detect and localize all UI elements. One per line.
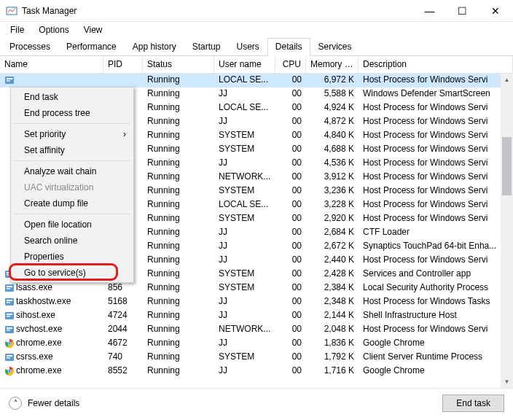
end-task-button[interactable]: End task — [442, 394, 504, 412]
table-row[interactable]: svchost.exe2044RunningNETWORK...002,048 … — [0, 323, 513, 337]
cell-cpu: 00 — [275, 268, 306, 281]
cell-pid: 8552 — [103, 365, 143, 378]
tab-performance[interactable]: Performance — [58, 38, 125, 56]
cell-user: JJ — [214, 254, 275, 268]
cell-memory: 6,972 K — [306, 74, 359, 88]
footer: ˄ Fewer details End task — [0, 388, 513, 417]
header-user[interactable]: User name — [214, 56, 275, 73]
svg-rect-8 — [7, 286, 12, 287]
cell-pid: 740 — [103, 351, 143, 365]
cell-user: NETWORK... — [214, 323, 275, 337]
cell-status: Running — [143, 337, 214, 351]
process-icon — [4, 283, 15, 293]
scroll-up-icon[interactable]: ▲ — [501, 74, 513, 86]
cell-memory: 1,716 K — [306, 365, 359, 378]
tab-users[interactable]: Users — [228, 38, 267, 56]
menu-view[interactable]: View — [77, 23, 110, 36]
cell-description: Host Process for Windows Servi — [359, 74, 513, 88]
cell-status: Running — [143, 198, 214, 212]
cell-cpu: 00 — [275, 337, 306, 351]
cell-memory: 5,588 K — [306, 88, 359, 101]
scroll-thumb[interactable] — [502, 137, 512, 195]
header-pid[interactable]: PID — [103, 56, 143, 73]
tab-details[interactable]: Details — [267, 38, 310, 56]
process-icon — [4, 311, 15, 321]
menubar: File Options View — [0, 22, 513, 38]
cell-user: SYSTEM — [214, 268, 275, 281]
tab-services[interactable]: Services — [310, 38, 360, 56]
table-row[interactable]: chrome.exe8552RunningJJ001,716 KGoogle C… — [0, 365, 513, 378]
cell-status: Running — [143, 212, 214, 226]
cell-name: svchost.exe — [16, 324, 62, 334]
context-item[interactable]: Create dump file — [12, 195, 132, 211]
table-row[interactable]: sihost.exe4724RunningJJ002,144 KShell In… — [0, 309, 513, 323]
menu-options[interactable]: Options — [31, 23, 76, 36]
context-item[interactable]: Analyze wait chain — [12, 163, 132, 179]
table-row[interactable]: lsass.exe856RunningSYSTEM002,384 KLocal … — [0, 281, 513, 295]
cell-name: taskhostw.exe — [16, 296, 71, 306]
cell-memory: 4,840 K — [306, 129, 359, 143]
cell-memory: 1,792 K — [306, 351, 359, 365]
context-item[interactable]: Go to service(s) — [12, 265, 132, 281]
cell-name: sihost.exe — [16, 310, 55, 320]
cell-status: Running — [143, 88, 214, 101]
context-item[interactable]: Search online — [12, 233, 132, 249]
scroll-down-icon[interactable]: ▼ — [501, 376, 513, 388]
window-title: Task Manager — [22, 6, 413, 16]
cell-memory: 4,688 K — [306, 143, 359, 157]
context-item[interactable]: Open file location — [12, 217, 132, 233]
cell-memory: 2,348 K — [306, 295, 359, 309]
context-item[interactable]: Set affinity — [12, 142, 132, 158]
cell-description: Google Chrome — [359, 365, 513, 378]
svg-rect-17 — [7, 327, 12, 329]
table-row[interactable]: csrss.exe740RunningSYSTEM001,792 KClient… — [0, 351, 513, 365]
cell-status: Running — [143, 171, 214, 184]
cell-description: CTF Loader — [359, 226, 513, 240]
minimize-button[interactable]: — — [413, 1, 446, 21]
table-row[interactable]: chrome.exe4672RunningJJ001,836 KGoogle C… — [0, 337, 513, 351]
chevron-up-icon: ˄ — [9, 397, 22, 410]
cell-user: JJ — [214, 157, 275, 171]
maximize-button[interactable]: ☐ — [446, 1, 479, 21]
table-row[interactable]: RunningLOCAL SE...006,972 KHost Process … — [0, 74, 513, 88]
cell-user: JJ — [214, 115, 275, 129]
svg-rect-3 — [7, 80, 10, 82]
close-button[interactable]: ✕ — [479, 1, 512, 21]
header-description[interactable]: Description — [359, 56, 513, 73]
cell-memory: 2,144 K — [306, 309, 359, 323]
header-name[interactable]: Name — [0, 56, 103, 73]
tab-processes[interactable]: Processes — [1, 38, 58, 56]
context-item[interactable]: Set priority — [12, 126, 132, 142]
cell-description: Synaptics TouchPad 64-bit Enha... — [359, 240, 513, 254]
cell-memory: 2,384 K — [306, 281, 359, 295]
cell-status: Running — [143, 254, 214, 268]
header-status[interactable]: Status — [143, 56, 214, 73]
cell-name: chrome.exe — [16, 338, 62, 348]
cell-description: Shell Infrastructure Host — [359, 309, 513, 323]
cell-user: LOCAL SE... — [214, 101, 275, 115]
context-item[interactable]: Properties — [12, 249, 132, 265]
header-memory[interactable]: Memory (p... — [306, 56, 359, 73]
process-icon — [4, 324, 15, 335]
fewer-details-button[interactable]: ˄ Fewer details — [9, 397, 79, 410]
vertical-scrollbar[interactable]: ▲ ▼ — [501, 74, 513, 388]
svg-rect-11 — [7, 300, 12, 301]
cell-description: Host Process for Windows Servi — [359, 254, 513, 268]
context-item[interactable]: End process tree — [12, 105, 132, 121]
cell-status: Running — [143, 143, 214, 157]
header-cpu[interactable]: CPU — [275, 56, 306, 73]
app-icon — [6, 5, 17, 17]
cell-memory: 4,924 K — [306, 101, 359, 115]
tab-startup[interactable]: Startup — [184, 38, 229, 56]
cell-cpu: 00 — [275, 323, 306, 337]
cell-user: JJ — [214, 240, 275, 254]
context-item[interactable]: End task — [12, 89, 132, 105]
cell-cpu: 00 — [275, 295, 306, 309]
tab-app-history[interactable]: App history — [125, 38, 184, 56]
column-headers: Name PID Status User name CPU Memory (p.… — [0, 56, 513, 74]
menu-file[interactable]: File — [3, 23, 31, 36]
cell-cpu: 00 — [275, 115, 306, 129]
tabs: Processes Performance App history Startu… — [0, 38, 513, 56]
svg-rect-26 — [7, 357, 10, 359]
table-row[interactable]: taskhostw.exe5168RunningJJ002,348 KHost … — [0, 295, 513, 309]
